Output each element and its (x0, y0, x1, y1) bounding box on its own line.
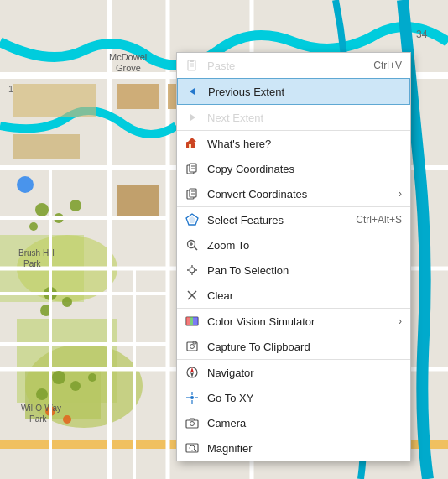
svg-text:34: 34 (416, 29, 428, 40)
svg-rect-53 (189, 144, 191, 148)
clear-label: Clear (207, 289, 402, 302)
menu-item-color-vision-simulator[interactable]: Color Vision Simulator › (177, 308, 410, 334)
select-features-icon (184, 211, 201, 228)
svg-text:Park: Park (23, 259, 42, 268)
menu-item-paste[interactable]: Paste Ctrl+V (177, 53, 410, 78)
next-extent-icon (184, 109, 201, 126)
convert-coordinates-label: Convert Coordinates (207, 188, 390, 200)
previous-extent-label: Previous Extent (208, 86, 401, 98)
menu-item-pan-to-selection[interactable]: Pan To Selection (177, 258, 410, 283)
svg-point-81 (190, 396, 194, 399)
menu-item-convert-coordinates[interactable]: Convert Coordinates › (177, 181, 410, 206)
menu-item-zoom-to[interactable]: Zoom To (177, 232, 410, 258)
go-to-xy-icon (184, 389, 201, 406)
previous-extent-icon (185, 83, 201, 100)
color-vision-icon (184, 313, 201, 330)
svg-point-21 (70, 200, 81, 211)
svg-marker-63 (189, 216, 195, 223)
clear-icon (184, 287, 201, 304)
camera-icon (184, 414, 201, 431)
zoom-to-label: Zoom To (207, 239, 402, 252)
svg-rect-48 (190, 60, 194, 62)
svg-point-22 (29, 222, 38, 231)
copy-coordinates-icon (184, 160, 201, 177)
svg-marker-52 (188, 138, 196, 142)
go-to-xy-label: Go To XY (207, 392, 402, 404)
color-vision-arrow: › (399, 315, 402, 327)
svg-rect-18 (13, 134, 80, 159)
svg-text:McDowell: McDowell (109, 52, 149, 62)
color-vision-label: Color Vision Simulator (207, 315, 390, 328)
capture-to-clipboard-icon (184, 338, 201, 355)
svg-point-19 (35, 203, 49, 216)
menu-item-clear[interactable]: Clear (177, 283, 410, 308)
svg-rect-73 (190, 317, 193, 325)
svg-rect-16 (117, 185, 159, 218)
svg-point-87 (190, 422, 195, 426)
svg-rect-55 (190, 164, 196, 172)
menu-item-navigator[interactable]: Navigator (177, 359, 410, 385)
menu-item-go-to-xy[interactable]: Go To XY (177, 385, 410, 410)
svg-point-26 (52, 371, 65, 384)
svg-rect-14 (117, 84, 159, 109)
svg-point-28 (36, 388, 48, 400)
magnifier-label: Magnifier (207, 442, 402, 455)
copy-coordinates-label: Copy Coordinates (207, 163, 402, 175)
svg-point-27 (70, 381, 81, 391)
svg-marker-80 (190, 372, 194, 377)
svg-rect-59 (190, 189, 196, 197)
select-features-shortcut: Ctrl+Alt+S (356, 214, 402, 226)
svg-point-76 (190, 345, 195, 349)
menu-item-camera[interactable]: Camera (177, 410, 410, 435)
paste-shortcut: Ctrl+V (373, 60, 402, 71)
menu-item-next-extent[interactable]: Next Extent (177, 105, 410, 130)
svg-text:Grove: Grove (116, 63, 141, 73)
menu-item-capture-to-clipboard[interactable]: Capture To Clipboard (177, 334, 410, 359)
svg-point-31 (63, 415, 71, 424)
select-features-label: Select Features (207, 214, 339, 226)
next-extent-label: Next Extent (207, 112, 402, 124)
pan-to-selection-label: Pan To Selection (207, 264, 402, 277)
svg-marker-79 (190, 367, 194, 372)
zoom-to-icon (184, 237, 201, 253)
svg-point-24 (62, 297, 72, 307)
navigator-icon (184, 364, 201, 381)
svg-text:Wil-O-Way: Wil-O-Way (21, 404, 61, 413)
convert-coordinates-icon (184, 185, 201, 202)
menu-item-previous-extent[interactable]: Previous Extent (177, 78, 410, 105)
svg-rect-72 (186, 317, 190, 325)
svg-point-68 (190, 268, 195, 273)
paste-icon (184, 57, 201, 74)
svg-text:1: 1 (8, 84, 13, 94)
whats-here-icon (184, 135, 201, 152)
svg-line-90 (194, 450, 196, 451)
svg-text:Park: Park (29, 414, 48, 424)
magnifier-icon (184, 440, 201, 456)
convert-coordinates-arrow: › (399, 188, 402, 200)
svg-rect-74 (193, 317, 198, 325)
svg-rect-17 (13, 84, 96, 117)
menu-item-magnifier[interactable]: Magnifier (177, 435, 410, 461)
svg-line-65 (195, 247, 198, 251)
context-menu: Paste Ctrl+V Previous Extent Next Extent (176, 52, 411, 461)
menu-item-select-features[interactable]: Select Features Ctrl+Alt+S (177, 206, 410, 232)
capture-to-clipboard-label: Capture To Clipboard (207, 341, 402, 353)
pan-to-selection-icon (184, 262, 201, 279)
navigator-label: Navigator (207, 367, 402, 379)
svg-point-29 (88, 373, 96, 382)
whats-here-label: What's here? (207, 138, 402, 150)
paste-label: Paste (207, 60, 357, 72)
camera-label: Camera (207, 417, 402, 430)
svg-point-32 (17, 176, 34, 193)
menu-item-copy-coordinates[interactable]: Copy Coordinates (177, 156, 410, 181)
menu-item-whats-here[interactable]: What's here? (177, 130, 410, 156)
